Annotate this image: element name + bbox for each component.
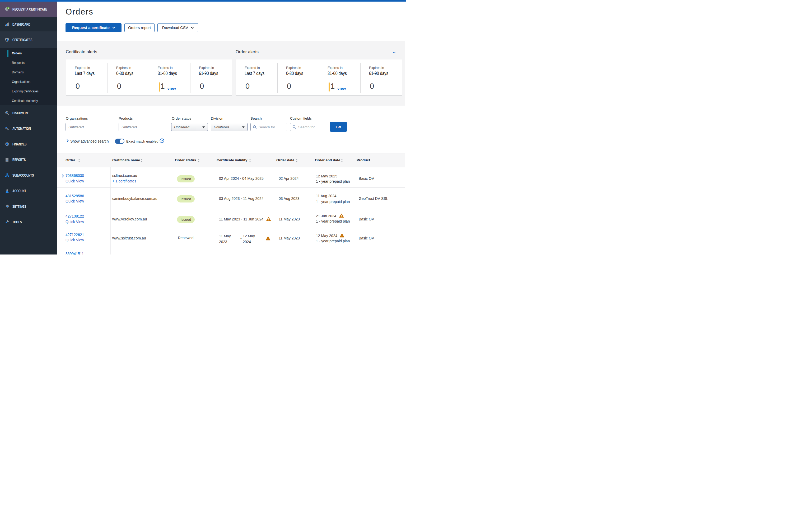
svg-text:?: ? [161,139,163,142]
svg-text:$: $ [6,142,8,146]
